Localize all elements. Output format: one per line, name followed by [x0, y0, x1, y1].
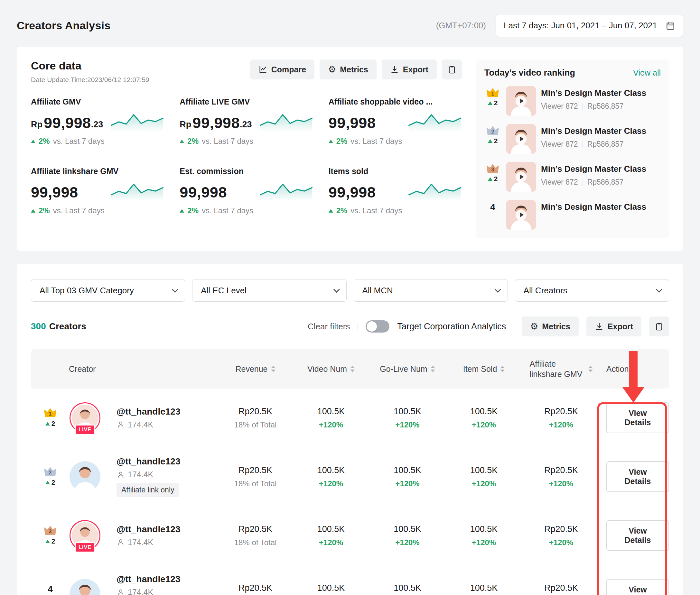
metric-label: Affiliate linkshare GMV [31, 167, 164, 176]
video-thumbnail [506, 124, 536, 154]
metric-compare-text: vs. Last 7 days [350, 137, 402, 146]
sort-icon[interactable] [588, 366, 593, 372]
creators-table: Creator Revenue Video Num Go-Live Num It… [31, 349, 669, 595]
play-icon [516, 134, 527, 144]
filter-mcn[interactable]: All MCN [354, 279, 508, 302]
sort-icon[interactable] [350, 366, 355, 372]
sort-icon[interactable] [500, 366, 505, 372]
clipboard-button[interactable] [442, 59, 462, 80]
date-range-picker[interactable]: Last 7 days: Jun 01, 2021 – Jun 07, 2021 [495, 14, 683, 37]
up-triangle-icon [329, 140, 333, 143]
compare-label: Compare [271, 65, 306, 74]
col-revenue: Revenue [218, 364, 293, 374]
filter-creators[interactable]: All Creators [515, 279, 669, 302]
dropdown-value: All MCN [362, 286, 393, 295]
creator-handle[interactable]: @tt_handle123 [116, 574, 218, 585]
rank-delta: 2 [52, 479, 55, 486]
video-ranking-panel: Today’s video ranking View all 1 2 Min’s… [476, 59, 669, 238]
video-ranking-item[interactable]: 1 2 Min’s Design Master Class Viewer 872… [484, 86, 661, 116]
followers-icon [116, 420, 125, 429]
toggle-knob [367, 321, 377, 332]
metric-compare-text: vs. Last 7 days [350, 206, 402, 215]
metric-label: Affiliate LIVE GMV [180, 97, 313, 107]
table-clipboard-button[interactable] [649, 316, 669, 336]
affiliate-link-tag: Affiliate link only [116, 483, 179, 497]
col-video-num: Video Num [293, 364, 369, 374]
creator-handle[interactable]: @tt_handle123 [116, 456, 218, 467]
metric-delta: 2% [187, 137, 198, 146]
filter-ec-level[interactable]: All EC Level [192, 279, 346, 302]
linkshare-gmv-cell: Rp20.5K+120% [522, 583, 600, 595]
bronze-crown-icon: 3 [487, 164, 499, 173]
divider [583, 103, 583, 110]
revenue-cell: Rp20.5K18% of Total [218, 406, 293, 429]
view-details-button[interactable]: View Details [607, 579, 669, 595]
sort-icon[interactable] [271, 366, 275, 372]
table-metrics-button[interactable]: ⚙ Metrics [522, 316, 579, 336]
table-row: 4 2 @tt_handle123 174.4K Affiliate link … [31, 565, 669, 595]
table-export-button[interactable]: Export [586, 316, 641, 336]
download-icon [390, 65, 399, 74]
dropdown-value: All Top 03 GMV Category [39, 286, 134, 295]
col-item-sold: Item Sold [446, 364, 522, 374]
rank-delta: 2 [494, 137, 498, 145]
metric-compare-text: vs. Last 7 days [202, 206, 253, 215]
compare-button[interactable]: Compare [250, 59, 315, 80]
person-image [70, 461, 101, 492]
metric-compare-text: vs. Last 7 days [53, 206, 105, 215]
metric-compare-text: vs. Last 7 days [202, 137, 253, 146]
video-num-cell: 100.5K+120% [293, 524, 369, 547]
video-revenue: Rp586,857 [587, 178, 624, 187]
video-ranking-item[interactable]: 2 2 Min’s Design Master Class Viewer 872… [484, 124, 661, 154]
view-details-button[interactable]: View Details [607, 520, 669, 551]
view-details-button[interactable]: View Details [607, 461, 669, 492]
chevron-down-icon [656, 286, 662, 293]
filter-gmv-category[interactable]: All Top 03 GMV Category [31, 279, 185, 302]
metric-delta: 2% [38, 206, 50, 215]
export-button[interactable]: Export [382, 59, 437, 80]
video-ranking-item[interactable]: 3 2 Min’s Design Master Class Viewer 872… [484, 162, 661, 192]
metrics-button[interactable]: ⚙ Metrics [320, 59, 377, 80]
creators-count: 300Creators [31, 321, 86, 332]
creators-count-label: Creators [49, 321, 86, 331]
dropdown-value: All EC Level [201, 286, 246, 295]
video-num-cell: 100.5K+120% [293, 406, 369, 429]
creator-avatar: LIVE [70, 402, 101, 433]
revenue-cell: Rp20.5K18% of Total [218, 465, 293, 488]
metric-tile-items-sold: Items sold 99,998 2% vs. Last 7 days [329, 167, 462, 221]
linkshare-gmv-cell: Rp20.5K+120% [522, 406, 600, 429]
creator-handle[interactable]: @tt_handle123 [116, 524, 218, 535]
metric-delta: 2% [336, 206, 348, 215]
table-header: Creator Revenue Video Num Go-Live Num It… [31, 349, 669, 389]
video-ranking-item[interactable]: 4 Min’s Design Master Class [484, 200, 661, 230]
target-analytics-toggle[interactable] [366, 320, 389, 333]
metric-tile-est-commission: Est. commission 99,998 2% vs. Last 7 day… [180, 167, 313, 221]
video-thumbnail [506, 200, 536, 230]
update-time: Date Update Time:2023/06/12 12:07:59 [31, 76, 149, 84]
view-details-button[interactable]: View Details [607, 402, 669, 433]
creators-count-value: 300 [31, 321, 46, 331]
core-data-title: Core data [31, 59, 149, 72]
metric-decimals: .23 [240, 120, 252, 132]
video-num-cell: 100.5K+120% [293, 583, 369, 595]
metric-value: 99,998 [192, 114, 240, 132]
metrics-label: Metrics [340, 65, 368, 74]
followers-count: 174.4K [128, 420, 153, 429]
sort-icon[interactable] [431, 366, 435, 372]
col-linkshare-gmv: Affiliate linkshare GMV [522, 359, 600, 379]
metric-grid: Affiliate GMV Rp 99,998 .23 2% vs. Last … [31, 97, 462, 221]
gear-icon: ⚙ [328, 65, 336, 74]
up-triangle-icon [31, 140, 35, 143]
creator-avatar [70, 579, 101, 595]
metric-tile-shoppable-video: Affiliate shoppable video ... 99,998 2% … [329, 97, 462, 151]
clear-filters-link[interactable]: Clear filters [308, 322, 350, 332]
divider [514, 322, 514, 330]
dropdown-value: All Creators [523, 286, 567, 295]
followers-icon [116, 538, 125, 546]
up-triangle-icon [329, 209, 333, 213]
view-all-link[interactable]: View all [633, 68, 661, 78]
golive-num-cell: 100.5K+120% [369, 406, 446, 429]
creator-handle[interactable]: @tt_handle123 [116, 406, 218, 417]
sparkline-chart [259, 112, 313, 132]
clipboard-icon [655, 322, 664, 331]
